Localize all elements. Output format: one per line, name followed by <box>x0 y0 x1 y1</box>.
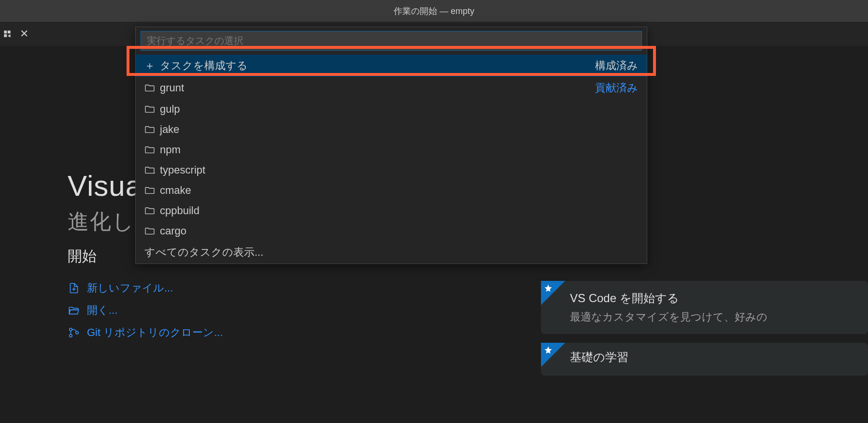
star-icon <box>544 346 553 354</box>
new-file-link[interactable]: 新しいファイル... <box>68 281 223 295</box>
folder-icon <box>144 84 155 92</box>
quickpick-item-label: cppbuild <box>160 204 199 217</box>
svg-point-1 <box>70 335 72 337</box>
quickpick-show-all[interactable]: すべてのタスクの表示... <box>136 241 647 263</box>
star-icon <box>544 284 553 292</box>
plus-icon: ＋ <box>144 58 155 73</box>
tutorial-badge <box>541 281 565 305</box>
window-titlebar: 作業の開始 — empty <box>0 0 868 22</box>
folder-icon <box>144 227 155 235</box>
tutorial-section: チュートリアル VS Code を開始する 最適なカスタマイズを見つけて、好みの… <box>541 247 868 384</box>
quickpick-item-cargo[interactable]: cargo <box>136 221 647 241</box>
configured-badge: 構成済み <box>595 58 638 73</box>
new-file-label: 新しいファイル... <box>87 281 173 295</box>
tutorial-badge <box>541 343 565 367</box>
quickpick-item-typescript[interactable]: typescript <box>136 160 647 180</box>
quickpick-item-label: jake <box>160 123 179 136</box>
open-label: 開く... <box>87 303 117 318</box>
svg-point-2 <box>76 331 78 334</box>
open-folder-icon <box>68 304 80 317</box>
tutorial-card-desc: 最適なカスタマイズを見つけて、好みの <box>570 310 854 324</box>
quickpick-panel: ＋ タスクを構成する 構成済み grunt 貢献済み gulp jake npm <box>135 27 647 264</box>
quickpick-item-jake[interactable]: jake <box>136 119 647 140</box>
folder-icon <box>144 125 155 134</box>
quickpick-item-label: gulp <box>160 103 180 116</box>
folder-icon <box>144 105 155 114</box>
window-title: 作業の開始 — empty <box>394 5 474 17</box>
open-link[interactable]: 開く... <box>68 303 223 318</box>
quickpick-item-grunt[interactable]: grunt 貢献済み <box>136 77 647 99</box>
quickpick-input[interactable] <box>141 31 642 51</box>
quickpick-item-gulp[interactable]: gulp <box>136 99 647 119</box>
start-links: 新しいファイル... 開く... Git リポジトリのクローン... <box>68 281 223 340</box>
quickpick-item-label: typescript <box>160 164 205 176</box>
quickpick-item-cmake[interactable]: cmake <box>136 180 647 201</box>
new-file-icon <box>68 282 80 294</box>
svg-point-0 <box>70 328 72 331</box>
quickpick-item-cppbuild[interactable]: cppbuild <box>136 201 647 221</box>
git-icon <box>68 326 80 339</box>
quickpick-item-label: grunt <box>160 82 184 94</box>
tutorial-card-title: 基礎の学習 <box>570 350 854 365</box>
folder-icon <box>144 166 155 175</box>
close-icon[interactable]: ✕ <box>18 26 30 42</box>
quickpick-item-label: npm <box>160 144 181 156</box>
tutorial-card-basics[interactable]: 基礎の学習 <box>541 343 868 376</box>
quickpick-item-npm[interactable]: npm <box>136 140 647 160</box>
folder-icon <box>144 186 155 195</box>
quickpick-item-label: cargo <box>160 225 186 237</box>
quickpick-item-label: cmake <box>160 184 191 197</box>
contributed-badge: 貢献済み <box>595 81 638 95</box>
show-all-label: すべてのタスクの表示... <box>144 246 263 258</box>
clone-repo-label: Git リポジトリのクローン... <box>87 325 223 340</box>
welcome-tab-icon[interactable] <box>2 29 12 39</box>
tutorial-card-get-started[interactable]: VS Code を開始する 最適なカスタマイズを見つけて、好みの <box>541 281 868 334</box>
tutorial-card-title: VS Code を開始する <box>570 291 854 306</box>
folder-icon <box>144 206 155 215</box>
folder-icon <box>144 146 155 154</box>
quickpick-item-configure-task[interactable]: ＋ タスクを構成する 構成済み <box>136 55 647 77</box>
configure-task-label: タスクを構成する <box>160 58 248 73</box>
clone-repo-link[interactable]: Git リポジトリのクローン... <box>68 325 223 340</box>
